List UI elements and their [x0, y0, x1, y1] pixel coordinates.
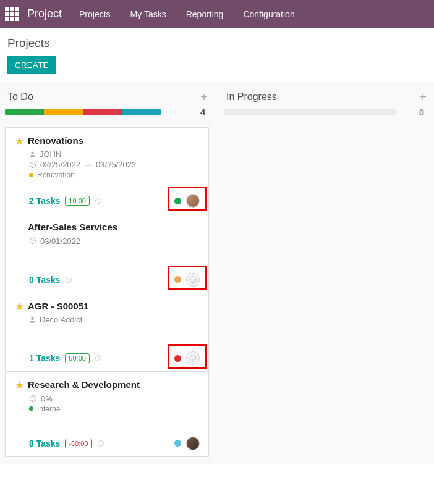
- person-icon: [29, 316, 36, 324]
- smiley-icon: [189, 354, 197, 363]
- progress-label: 0%: [41, 394, 53, 403]
- partner-label: JOHN: [40, 149, 61, 159]
- svg-point-6: [192, 279, 192, 279]
- date-start: 02/25/2022: [40, 160, 80, 169]
- clock-icon: [29, 161, 36, 169]
- create-button[interactable]: CREATE: [7, 56, 56, 74]
- partner-label: Deco Addict: [40, 315, 82, 324]
- svg-point-15: [34, 397, 35, 398]
- status-dot[interactable]: [174, 440, 181, 447]
- add-card-icon[interactable]: +: [200, 91, 208, 103]
- svg-point-8: [31, 317, 34, 320]
- arrow-icon: →: [84, 160, 92, 169]
- column-progress[interactable]: [5, 109, 161, 115]
- tasks-link[interactable]: 1 Tasks: [29, 353, 60, 363]
- brand-label: Project: [27, 7, 62, 20]
- star-icon[interactable]: ★: [15, 379, 24, 392]
- page-title: Projects: [7, 36, 424, 50]
- card-title: Research & Development: [28, 379, 140, 390]
- svg-point-0: [31, 151, 34, 154]
- tag-label: Internal: [37, 405, 62, 413]
- avatar[interactable]: [186, 437, 200, 450]
- tasks-link[interactable]: 2 Tasks: [29, 196, 60, 206]
- clock-icon: [65, 276, 72, 284]
- card-title: After-Sales Services: [28, 222, 117, 232]
- column-todo: To Do + 4 ★ Renovations JOHN: [5, 90, 209, 457]
- tag-label: Renovation: [37, 170, 75, 179]
- status-dot[interactable]: [174, 198, 181, 204]
- column-count: 4: [200, 107, 209, 117]
- tasks-link[interactable]: 0 Tasks: [29, 275, 60, 285]
- date-start: 03/01/2022: [40, 237, 80, 246]
- status-dot[interactable]: [174, 276, 181, 283]
- card-title: AGR - S00051: [28, 301, 88, 311]
- smiley-icon: [189, 275, 197, 284]
- star-icon[interactable]: ★: [15, 301, 24, 313]
- time-badge: 10:00: [65, 196, 90, 206]
- svg-point-13: [30, 395, 36, 401]
- column-title: In Progress: [226, 91, 277, 103]
- project-card[interactable]: ★ After-Sales Services 03/01/2022 0 Task…: [6, 214, 208, 293]
- smiley-icon: [29, 395, 37, 403]
- star-icon[interactable]: ★: [15, 135, 24, 148]
- avatar[interactable]: [186, 273, 200, 287]
- page-header: Projects CREATE: [0, 28, 434, 82]
- clock-icon: [97, 440, 104, 447]
- svg-point-12: [194, 357, 194, 358]
- time-badge: -60:00: [65, 439, 91, 448]
- clock-icon: [95, 355, 102, 362]
- nav-item-my-tasks[interactable]: My Tasks: [130, 9, 166, 19]
- card-list: ★ Renovations JOHN 02/25/2022 → 03/25/20…: [5, 127, 209, 457]
- card-title: Renovations: [28, 135, 83, 146]
- nav-item-configuration[interactable]: Configuration: [243, 9, 294, 19]
- column-count: 0: [419, 107, 428, 117]
- clock-icon: [29, 237, 36, 245]
- avatar[interactable]: [186, 194, 200, 208]
- avatar[interactable]: [186, 351, 200, 365]
- svg-point-14: [32, 397, 32, 398]
- svg-point-11: [192, 357, 192, 358]
- column-inprogress: In Progress + 0: [224, 90, 428, 457]
- column-title: To Do: [7, 91, 33, 103]
- apps-icon[interactable]: [5, 7, 19, 21]
- tag-dot-icon: [29, 173, 33, 177]
- status-dot[interactable]: [174, 355, 181, 362]
- project-card[interactable]: ★ Research & Development 0% Internal 8 T…: [6, 372, 208, 456]
- kanban-board: To Do + 4 ★ Renovations JOHN: [0, 82, 434, 464]
- project-card[interactable]: ★ Renovations JOHN 02/25/2022 → 03/25/20…: [6, 128, 208, 214]
- add-card-icon[interactable]: +: [419, 91, 427, 103]
- nav-item-reporting[interactable]: Reporting: [186, 9, 224, 19]
- time-badge: 50:00: [65, 353, 90, 363]
- column-progress: [224, 109, 396, 115]
- nav-menu: Projects My Tasks Reporting Configuratio…: [79, 9, 295, 19]
- tag-dot-icon: [29, 406, 33, 411]
- svg-point-5: [190, 277, 197, 284]
- project-card[interactable]: ★ AGR - S00051 Deco Addict 1 Tasks 50:00: [6, 293, 208, 372]
- top-nav: Project Projects My Tasks Reporting Conf…: [0, 0, 434, 28]
- clock-icon: [95, 197, 102, 204]
- svg-point-7: [194, 279, 194, 279]
- nav-item-projects[interactable]: Projects: [79, 9, 111, 19]
- date-end: 03/25/2022: [96, 160, 136, 169]
- svg-point-10: [190, 355, 197, 362]
- person-icon: [29, 151, 36, 158]
- tasks-link[interactable]: 8 Tasks: [29, 439, 60, 448]
